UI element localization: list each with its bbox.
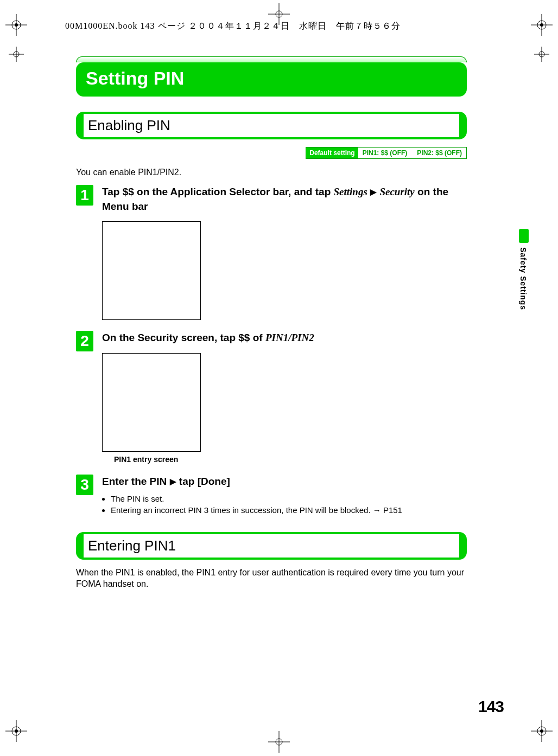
crop-mark-icon <box>531 720 553 742</box>
crop-mark-icon <box>534 47 549 62</box>
step-number: 1 <box>76 185 93 206</box>
right-arrow-icon: ▶ <box>370 186 377 197</box>
screenshot-placeholder <box>102 353 201 452</box>
step-bullet: The PIN is set. <box>111 494 467 503</box>
main-title-block: Setting PIN <box>76 56 467 97</box>
body-text: When the PIN1 is enabled, the PIN1 entry… <box>76 567 467 590</box>
crop-mark-icon <box>268 731 290 753</box>
step-number: 3 <box>76 475 93 495</box>
crop-mark-icon <box>531 14 553 36</box>
screenshot-caption: PIN1 entry screen <box>114 455 467 464</box>
page-title: Setting PIN <box>86 68 457 89</box>
step-number: 2 <box>76 331 93 351</box>
step-title: Enter the PIN ▶ tap [Done] <box>102 475 467 489</box>
section-heading: Enabling PIN <box>88 117 455 134</box>
screenshot-placeholder <box>102 221 201 320</box>
section-enabling-pin: Enabling PIN <box>76 112 467 139</box>
page-number: 143 <box>478 697 504 716</box>
print-header-line: 00M1000EN.book 143 ページ ２００４年１１月２４日 水曜日 午… <box>65 21 401 32</box>
section-heading: Entering PIN1 <box>88 537 455 554</box>
step-bullet-list: The PIN is set. Entering an incorrect PI… <box>102 494 467 515</box>
step-title: On the Security screen, tap $$ of PIN1/P… <box>102 331 467 345</box>
step-title: Tap $$ on the Application Selector bar, … <box>102 185 467 214</box>
crop-mark-icon <box>5 720 27 742</box>
step-2: 2 On the Security screen, tap $$ of PIN1… <box>76 331 467 464</box>
step-3: 3 Enter the PIN ▶ tap [Done] The PIN is … <box>76 475 467 517</box>
step-bullet: Entering an incorrect PIN 3 times in suc… <box>111 505 467 515</box>
crop-mark-icon <box>9 47 24 62</box>
default-setting-value: PIN1: $$ (OFF) <box>363 149 408 157</box>
default-setting-label: Default setting <box>306 148 358 158</box>
chapter-tab: Safety Settings <box>519 229 529 310</box>
intro-text: You can enable PIN1/PIN2. <box>76 168 467 177</box>
right-arrow-icon: ▶ <box>170 476 176 487</box>
step-1: 1 Tap $$ on the Application Selector bar… <box>76 185 467 320</box>
crop-mark-icon <box>5 14 27 36</box>
chapter-tab-label: Safety Settings <box>519 247 528 310</box>
default-setting-value: PIN2: $$ (OFF) <box>417 149 462 157</box>
section-entering-pin1: Entering PIN1 <box>76 532 467 560</box>
default-setting-box: Default setting PIN1: $$ (OFF) PIN2: $$ … <box>306 147 467 159</box>
chapter-tab-color <box>519 229 529 243</box>
